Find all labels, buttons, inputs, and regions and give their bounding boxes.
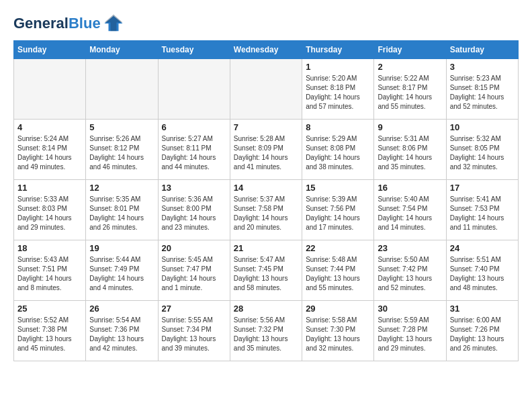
day-info: Sunrise: 5:55 AMSunset: 7:34 PMDaylight:… [162, 316, 226, 353]
day-number: 15 [306, 183, 370, 193]
day-number: 22 [306, 243, 370, 253]
day-info: Sunrise: 5:43 AMSunset: 7:51 PMDaylight:… [17, 255, 82, 293]
day-info: Sunrise: 5:32 AMSunset: 8:05 PMDaylight:… [450, 134, 515, 172]
day-number: 5 [89, 122, 154, 132]
day-number: 1 [306, 62, 370, 72]
week-row-5: 25Sunrise: 5:52 AMSunset: 7:38 PMDayligh… [14, 301, 519, 361]
day-cell: 12Sunrise: 5:35 AMSunset: 8:01 PMDayligh… [86, 180, 158, 240]
day-cell: 15Sunrise: 5:39 AMSunset: 7:56 PMDayligh… [302, 180, 374, 240]
day-cell: 26Sunrise: 5:54 AMSunset: 7:36 PMDayligh… [86, 301, 158, 361]
day-number: 29 [306, 304, 370, 314]
day-cell: 17Sunrise: 5:41 AMSunset: 7:53 PMDayligh… [446, 180, 518, 240]
day-number: 10 [450, 122, 515, 132]
day-number: 26 [89, 304, 154, 314]
day-number: 24 [450, 243, 515, 253]
weekday-header-friday: Friday [374, 41, 446, 59]
day-cell [86, 59, 158, 120]
day-number: 8 [306, 122, 370, 132]
day-info: Sunrise: 5:37 AMSunset: 7:58 PMDaylight:… [234, 195, 298, 232]
day-cell: 10Sunrise: 5:32 AMSunset: 8:05 PMDayligh… [446, 120, 518, 180]
day-cell: 30Sunrise: 5:59 AMSunset: 7:28 PMDayligh… [374, 301, 446, 361]
day-info: Sunrise: 5:28 AMSunset: 8:09 PMDaylight:… [234, 134, 298, 172]
day-number: 28 [234, 304, 298, 314]
day-info: Sunrise: 5:27 AMSunset: 8:11 PMDaylight:… [162, 134, 226, 172]
day-info: Sunrise: 5:41 AMSunset: 7:53 PMDaylight:… [450, 195, 515, 232]
day-cell: 3Sunrise: 5:23 AMSunset: 8:15 PMDaylight… [446, 59, 518, 120]
day-info: Sunrise: 5:56 AMSunset: 7:32 PMDaylight:… [234, 316, 298, 353]
day-cell: 25Sunrise: 5:52 AMSunset: 7:38 PMDayligh… [14, 301, 86, 361]
day-cell: 7Sunrise: 5:28 AMSunset: 8:09 PMDaylight… [230, 120, 302, 180]
day-cell: 4Sunrise: 5:24 AMSunset: 8:14 PMDaylight… [14, 120, 86, 180]
day-info: Sunrise: 5:36 AMSunset: 8:00 PMDaylight:… [162, 195, 226, 232]
day-info: Sunrise: 5:31 AMSunset: 8:06 PMDaylight:… [378, 134, 442, 172]
weekday-header-row: SundayMondayTuesdayWednesdayThursdayFrid… [14, 41, 519, 59]
day-number: 11 [17, 183, 82, 193]
day-number: 4 [17, 122, 82, 132]
day-cell: 31Sunrise: 6:00 AMSunset: 7:26 PMDayligh… [446, 301, 518, 361]
day-info: Sunrise: 5:47 AMSunset: 7:45 PMDaylight:… [234, 255, 298, 293]
day-cell: 29Sunrise: 5:58 AMSunset: 7:30 PMDayligh… [302, 301, 374, 361]
day-cell: 21Sunrise: 5:47 AMSunset: 7:45 PMDayligh… [230, 240, 302, 301]
week-row-2: 4Sunrise: 5:24 AMSunset: 8:14 PMDaylight… [14, 120, 519, 180]
day-number: 17 [450, 183, 515, 193]
day-number: 7 [234, 122, 298, 132]
day-number: 23 [378, 243, 442, 253]
day-number: 30 [378, 304, 442, 314]
day-number: 16 [378, 183, 442, 193]
day-info: Sunrise: 5:33 AMSunset: 8:03 PMDaylight:… [17, 195, 82, 232]
calendar-table: SundayMondayTuesdayWednesdayThursdayFrid… [13, 40, 519, 361]
week-row-1: 1Sunrise: 5:20 AMSunset: 8:18 PMDaylight… [14, 59, 519, 120]
day-info: Sunrise: 5:59 AMSunset: 7:28 PMDaylight:… [378, 316, 442, 353]
day-cell: 5Sunrise: 5:26 AMSunset: 8:12 PMDaylight… [86, 120, 158, 180]
day-info: Sunrise: 5:29 AMSunset: 8:08 PMDaylight:… [306, 134, 370, 172]
day-cell: 24Sunrise: 5:51 AMSunset: 7:40 PMDayligh… [446, 240, 518, 301]
weekday-header-monday: Monday [86, 41, 158, 59]
day-number: 6 [162, 122, 226, 132]
weekday-header-saturday: Saturday [446, 41, 518, 59]
day-number: 2 [378, 62, 442, 72]
day-info: Sunrise: 5:22 AMSunset: 8:17 PMDaylight:… [378, 74, 442, 111]
day-info: Sunrise: 5:35 AMSunset: 8:01 PMDaylight:… [89, 195, 154, 232]
day-cell: 8Sunrise: 5:29 AMSunset: 8:08 PMDaylight… [302, 120, 374, 180]
day-number: 21 [234, 243, 298, 253]
day-info: Sunrise: 5:54 AMSunset: 7:36 PMDaylight:… [89, 316, 154, 353]
weekday-header-sunday: Sunday [14, 41, 86, 59]
day-cell: 2Sunrise: 5:22 AMSunset: 8:17 PMDaylight… [374, 59, 446, 120]
day-info: Sunrise: 5:58 AMSunset: 7:30 PMDaylight:… [306, 316, 370, 353]
day-cell: 16Sunrise: 5:40 AMSunset: 7:54 PMDayligh… [374, 180, 446, 240]
page-header: GeneralBlue [13, 13, 519, 34]
day-cell [14, 59, 86, 120]
day-cell: 23Sunrise: 5:50 AMSunset: 7:42 PMDayligh… [374, 240, 446, 301]
day-cell: 18Sunrise: 5:43 AMSunset: 7:51 PMDayligh… [14, 240, 86, 301]
day-cell: 1Sunrise: 5:20 AMSunset: 8:18 PMDaylight… [302, 59, 374, 120]
day-info: Sunrise: 6:00 AMSunset: 7:26 PMDaylight:… [450, 316, 515, 353]
day-number: 20 [162, 243, 226, 253]
week-row-4: 18Sunrise: 5:43 AMSunset: 7:51 PMDayligh… [14, 240, 519, 301]
day-number: 18 [17, 243, 82, 253]
day-cell [230, 59, 302, 120]
weekday-header-thursday: Thursday [302, 41, 374, 59]
day-number: 19 [89, 243, 154, 253]
day-number: 3 [450, 62, 515, 72]
day-info: Sunrise: 5:24 AMSunset: 8:14 PMDaylight:… [17, 134, 82, 172]
day-cell: 19Sunrise: 5:44 AMSunset: 7:49 PMDayligh… [86, 240, 158, 301]
day-info: Sunrise: 5:45 AMSunset: 7:47 PMDaylight:… [162, 255, 226, 293]
day-number: 14 [234, 183, 298, 193]
day-info: Sunrise: 5:23 AMSunset: 8:15 PMDaylight:… [450, 74, 515, 111]
day-cell: 22Sunrise: 5:48 AMSunset: 7:44 PMDayligh… [302, 240, 374, 301]
day-info: Sunrise: 5:40 AMSunset: 7:54 PMDaylight:… [378, 195, 442, 232]
day-cell: 6Sunrise: 5:27 AMSunset: 8:11 PMDaylight… [158, 120, 230, 180]
day-cell: 14Sunrise: 5:37 AMSunset: 7:58 PMDayligh… [230, 180, 302, 240]
day-cell: 20Sunrise: 5:45 AMSunset: 7:47 PMDayligh… [158, 240, 230, 301]
day-info: Sunrise: 5:20 AMSunset: 8:18 PMDaylight:… [306, 74, 370, 111]
day-cell: 28Sunrise: 5:56 AMSunset: 7:32 PMDayligh… [230, 301, 302, 361]
day-cell: 11Sunrise: 5:33 AMSunset: 8:03 PMDayligh… [14, 180, 86, 240]
day-info: Sunrise: 5:50 AMSunset: 7:42 PMDaylight:… [378, 255, 442, 293]
weekday-header-tuesday: Tuesday [158, 41, 230, 59]
logo: GeneralBlue [13, 13, 124, 34]
weekday-header-wednesday: Wednesday [230, 41, 302, 59]
day-cell: 9Sunrise: 5:31 AMSunset: 8:06 PMDaylight… [374, 120, 446, 180]
day-info: Sunrise: 5:26 AMSunset: 8:12 PMDaylight:… [89, 134, 154, 172]
day-cell: 27Sunrise: 5:55 AMSunset: 7:34 PMDayligh… [158, 301, 230, 361]
day-info: Sunrise: 5:39 AMSunset: 7:56 PMDaylight:… [306, 195, 370, 232]
